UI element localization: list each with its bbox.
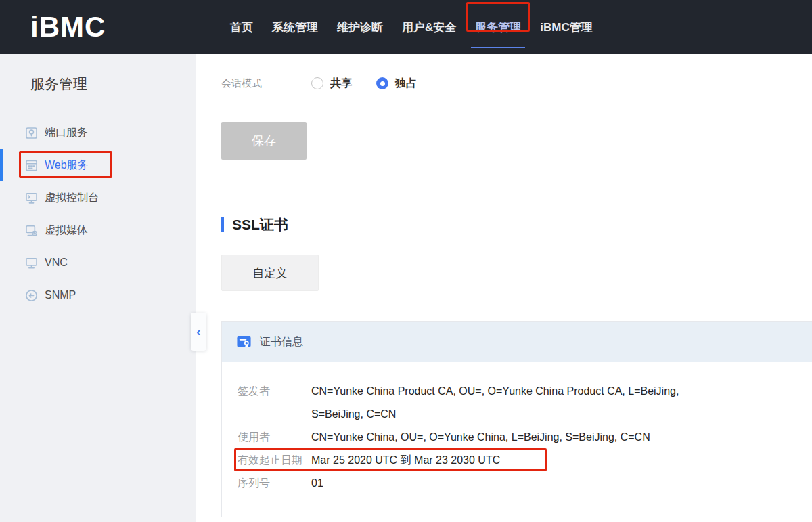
nav-item-service-management[interactable]: 服务管理 xyxy=(475,0,521,54)
snmp-icon xyxy=(24,288,39,303)
certificate-panel-header: 证书信息 xyxy=(222,322,812,362)
sidebar-item-label: 虚拟媒体 xyxy=(45,223,88,238)
nav-item-label: 首页 xyxy=(230,20,253,35)
port-service-icon xyxy=(24,126,39,140)
radio-exclusive-label: 独占 xyxy=(395,77,417,91)
cert-row-subject: 使用者 CN=Yunke China, OU=, O=Yunke China, … xyxy=(238,426,812,449)
sidebar-item-snmp[interactable]: SNMP xyxy=(0,279,196,311)
certificate-panel-body: 签发者 CN=Yunke China Product CA, OU=, O=Yu… xyxy=(222,362,812,517)
ibmc-logo: iBMC xyxy=(30,11,106,43)
cert-row-value: Mar 25 2020 UTC 到 Mar 23 2030 UTC xyxy=(311,449,500,472)
cert-row-validity: 有效起止日期 Mar 25 2020 UTC 到 Mar 23 2030 UTC xyxy=(238,449,812,472)
nav-item-label: 系统管理 xyxy=(272,20,318,35)
radio-exclusive[interactable] xyxy=(376,77,388,89)
sidebar-item-vnc[interactable]: VNC xyxy=(0,246,196,279)
cert-row-label: 使用者 xyxy=(238,426,311,449)
certificate-panel-title: 证书信息 xyxy=(260,335,303,349)
nav-item-system[interactable]: 系统管理 xyxy=(272,0,318,54)
cert-row-value: CN=Yunke China Product CA, OU=, O=Yunke … xyxy=(311,380,704,426)
sidebar-item-label: SNMP xyxy=(45,289,76,301)
top-bar: iBMC 首页 系统管理 维护诊断 用户&安全 服务管理 iBMC管理 xyxy=(0,0,812,54)
ssl-section-header: SSL证书 xyxy=(221,215,812,234)
save-button[interactable]: 保存 xyxy=(221,122,307,160)
vnc-icon xyxy=(24,256,39,270)
sidebar-item-label: VNC xyxy=(45,257,68,269)
sidebar-item-virtual-media[interactable]: 虚拟媒体 xyxy=(0,214,196,246)
main-layout: 服务管理 端口服务 Web服务 虚拟控制台 xyxy=(0,54,812,522)
active-tab-underline xyxy=(471,47,525,48)
sidebar-item-label: 端口服务 xyxy=(45,126,88,140)
active-item-indicator xyxy=(0,149,3,181)
radio-shared[interactable] xyxy=(311,77,323,89)
sidebar-item-label: 虚拟控制台 xyxy=(45,191,99,205)
section-accent-bar xyxy=(221,217,224,232)
certificate-icon xyxy=(236,334,252,350)
nav-item-label: 维护诊断 xyxy=(337,20,383,35)
virtual-console-icon xyxy=(24,191,39,205)
session-mode-row: 会话模式 共享 独占 xyxy=(221,76,812,91)
sidebar-item-port-service[interactable]: 端口服务 xyxy=(0,116,196,149)
session-mode-label: 会话模式 xyxy=(221,77,311,90)
certificate-info-panel: 证书信息 签发者 CN=Yunke China Product CA, OU=,… xyxy=(221,321,812,517)
session-mode-options: 共享 独占 xyxy=(311,77,417,91)
cert-row-label: 序列号 xyxy=(238,472,311,495)
nav-item-label: iBMC管理 xyxy=(540,20,592,35)
cert-row-label: 签发者 xyxy=(238,380,311,426)
nav-item-maintenance[interactable]: 维护诊断 xyxy=(337,0,383,54)
cert-row-issuer: 签发者 CN=Yunke China Product CA, OU=, O=Yu… xyxy=(238,380,812,426)
web-service-icon xyxy=(24,158,39,173)
sidebar-menu: 端口服务 Web服务 虚拟控制台 虚拟媒体 xyxy=(0,116,196,311)
nav-item-label: 服务管理 xyxy=(475,20,521,35)
sidebar-item-virtual-console[interactable]: 虚拟控制台 xyxy=(0,181,196,214)
cert-row-label: 有效起止日期 xyxy=(238,449,311,472)
radio-option-exclusive[interactable]: 独占 xyxy=(376,77,417,91)
sidebar-title: 服务管理 xyxy=(30,74,196,93)
nav-item-label: 用户&安全 xyxy=(402,20,456,35)
content-area: 会话模式 共享 独占 保存 SSL证书 自定义 xyxy=(196,54,812,522)
cert-row-value: 01 xyxy=(311,472,323,495)
radio-shared-label: 共享 xyxy=(330,77,352,91)
cert-row-serial: 序列号 01 xyxy=(238,472,812,495)
customize-button[interactable]: 自定义 xyxy=(221,255,319,291)
ssl-section-title: SSL证书 xyxy=(232,215,288,234)
sidebar-item-web-service[interactable]: Web服务 xyxy=(0,149,196,181)
sidebar-collapse-button[interactable]: ‹ xyxy=(191,313,206,351)
cert-row-value: CN=Yunke China, OU=, O=Yunke China, L=Be… xyxy=(311,426,650,449)
radio-option-shared[interactable]: 共享 xyxy=(311,77,352,91)
virtual-media-icon xyxy=(24,223,39,238)
sidebar-item-label: Web服务 xyxy=(45,158,89,173)
nav-item-ibmc-management[interactable]: iBMC管理 xyxy=(540,0,592,54)
nav-item-home[interactable]: 首页 xyxy=(230,0,253,54)
sidebar: 服务管理 端口服务 Web服务 虚拟控制台 xyxy=(0,54,196,522)
chevron-left-icon: ‹ xyxy=(196,324,200,339)
main-nav: 首页 系统管理 维护诊断 用户&安全 服务管理 iBMC管理 xyxy=(230,0,593,54)
nav-item-user-security[interactable]: 用户&安全 xyxy=(402,0,456,54)
